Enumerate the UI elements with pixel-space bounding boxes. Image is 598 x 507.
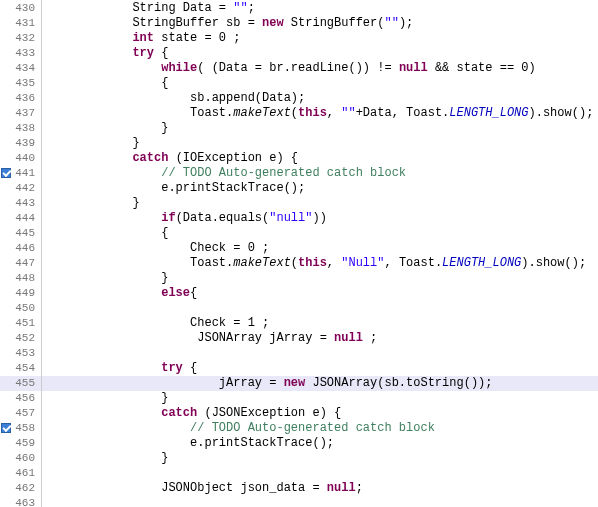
line-number: 431 [0,16,41,31]
line-number: 452 [0,331,41,346]
code-line[interactable] [42,496,598,507]
code-line[interactable]: JSONObject json_data = null; [42,481,598,496]
line-number: 457 [0,406,41,421]
code-line[interactable]: } [42,271,598,286]
code-line[interactable]: while( (Data = br.readLine()) != null &&… [42,61,598,76]
code-line[interactable] [42,301,598,316]
line-number-gutter: 4304314324334344354364374384394404414424… [0,0,42,507]
line-number: 440 [0,151,41,166]
code-line[interactable] [42,466,598,481]
code-line[interactable]: JSONArray jArray = null ; [42,331,598,346]
code-line[interactable]: } [42,451,598,466]
line-number: 442 [0,181,41,196]
code-line[interactable]: } [42,136,598,151]
code-line[interactable]: sb.append(Data); [42,91,598,106]
line-number: 450 [0,301,41,316]
code-line[interactable] [42,346,598,361]
task-marker-icon[interactable] [1,168,11,178]
line-number: 446 [0,241,41,256]
code-line[interactable]: } [42,196,598,211]
line-number: 443 [0,196,41,211]
line-number: 444 [0,211,41,226]
code-line[interactable]: catch (JSONException e) { [42,406,598,421]
code-line[interactable]: e.printStackTrace(); [42,181,598,196]
code-line[interactable]: try { [42,46,598,61]
line-number: 441 [0,166,41,181]
code-line[interactable]: if(Data.equals("null")) [42,211,598,226]
line-number: 449 [0,286,41,301]
code-line[interactable]: } [42,391,598,406]
line-number: 436 [0,91,41,106]
line-number: 430 [0,1,41,16]
line-number: 451 [0,316,41,331]
code-line[interactable]: // TODO Auto-generated catch block [42,421,598,436]
code-line[interactable]: { [42,76,598,91]
line-number: 459 [0,436,41,451]
code-editor-area[interactable]: String Data = ""; StringBuffer sb = new … [42,0,598,507]
code-line[interactable]: Toast.makeText(this, ""+Data, Toast.LENG… [42,106,598,121]
line-number: 432 [0,31,41,46]
line-number: 433 [0,46,41,61]
code-line[interactable]: // TODO Auto-generated catch block [42,166,598,181]
line-number: 460 [0,451,41,466]
code-line[interactable]: e.printStackTrace(); [42,436,598,451]
code-line[interactable]: catch (IOException e) { [42,151,598,166]
code-line[interactable]: { [42,226,598,241]
line-number: 434 [0,61,41,76]
task-marker-icon[interactable] [1,423,11,433]
line-number: 453 [0,346,41,361]
line-number: 454 [0,361,41,376]
code-line[interactable]: } [42,121,598,136]
code-line[interactable]: try { [42,361,598,376]
line-number: 456 [0,391,41,406]
line-number: 445 [0,226,41,241]
code-line[interactable]: Toast.makeText(this, "Null", Toast.LENGT… [42,256,598,271]
code-line[interactable]: int state = 0 ; [42,31,598,46]
line-number: 458 [0,421,41,436]
code-line[interactable]: String Data = ""; [42,1,598,16]
code-line[interactable]: else{ [42,286,598,301]
line-number: 437 [0,106,41,121]
line-number: 462 [0,481,41,496]
code-line[interactable]: Check = 0 ; [42,241,598,256]
line-number: 438 [0,121,41,136]
line-number: 448 [0,271,41,286]
line-number: 439 [0,136,41,151]
line-number: 455 [0,376,41,391]
line-number: 447 [0,256,41,271]
line-number: 435 [0,76,41,91]
line-number: 461 [0,466,41,481]
code-line[interactable]: StringBuffer sb = new StringBuffer(""); [42,16,598,31]
code-line[interactable]: Check = 1 ; [42,316,598,331]
line-number: 463 [0,496,41,507]
code-line[interactable]: jArray = new JSONArray(sb.toString()); [42,376,598,391]
